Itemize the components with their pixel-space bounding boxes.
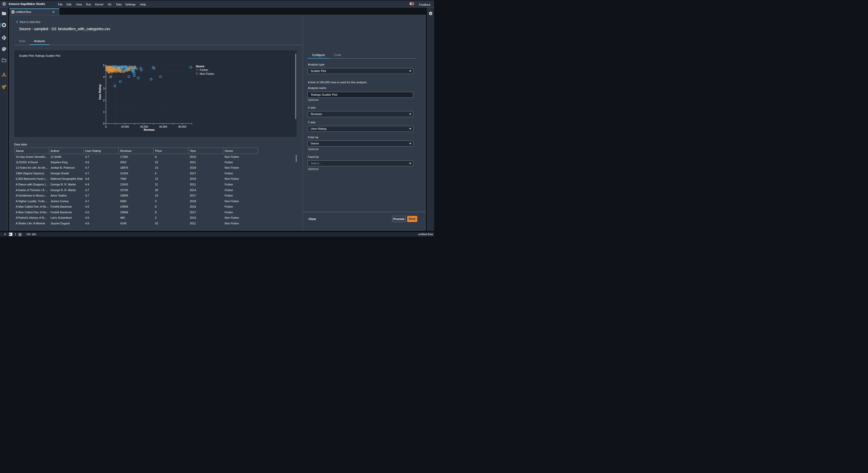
- svg-text:80,000: 80,000: [178, 125, 186, 128]
- svg-text:20,000: 20,000: [121, 125, 129, 128]
- svg-text:Reviews: Reviews: [144, 128, 155, 131]
- svg-text:1: 1: [103, 111, 104, 113]
- svg-text:3: 3: [103, 87, 104, 90]
- svg-text:60,000: 60,000: [159, 125, 167, 128]
- svg-text:User Rating: User Rating: [98, 84, 101, 99]
- svg-text:2: 2: [103, 99, 104, 102]
- svg-text:40,000: 40,000: [140, 125, 148, 128]
- svg-text:5: 5: [103, 64, 104, 67]
- svg-text:4: 4: [103, 75, 104, 78]
- svg-text:0: 0: [105, 125, 107, 128]
- svg-text:0: 0: [103, 122, 104, 125]
